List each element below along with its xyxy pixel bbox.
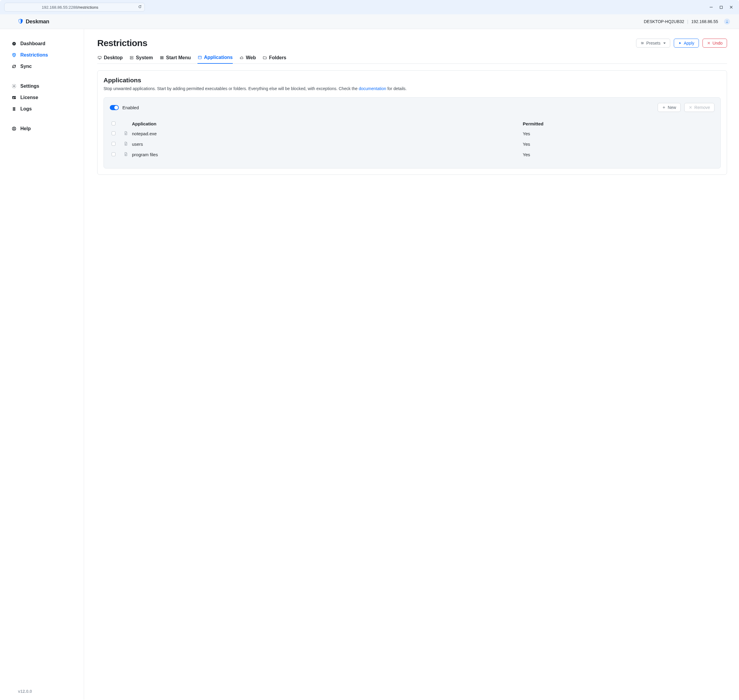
startmenu-icon bbox=[159, 56, 164, 60]
app-header: Deskman DESKTOP-HQ2UB32 | 192.168.86.55 bbox=[0, 14, 739, 29]
shield-check-icon bbox=[11, 53, 17, 57]
apply-button[interactable]: Apply bbox=[674, 38, 699, 48]
undo-label: Undo bbox=[713, 41, 723, 46]
row-checkbox[interactable] bbox=[112, 152, 116, 156]
maximize-icon[interactable] bbox=[720, 6, 723, 9]
remove-label: Remove bbox=[694, 105, 710, 110]
tab-web[interactable]: Web bbox=[239, 55, 256, 64]
sidebar-item-label: Help bbox=[21, 126, 31, 131]
desktop-icon bbox=[97, 56, 102, 60]
web-icon bbox=[239, 56, 244, 60]
sidebar-item-label: Logs bbox=[21, 106, 32, 112]
new-button[interactable]: New bbox=[658, 103, 681, 112]
x-icon bbox=[707, 41, 711, 45]
sidebar-item-dashboard[interactable]: Dashboard bbox=[11, 38, 78, 49]
shield-icon bbox=[18, 18, 24, 25]
sidebar-item-label: License bbox=[21, 95, 38, 100]
tab-label: System bbox=[136, 55, 153, 60]
life-ring-icon bbox=[11, 126, 17, 131]
tab-desktop[interactable]: Desktop bbox=[97, 55, 123, 64]
cell-application: program files bbox=[130, 149, 521, 160]
tab-applications[interactable]: Applications bbox=[197, 55, 233, 64]
svg-rect-24 bbox=[720, 6, 722, 8]
url-bar[interactable]: 192.168.86.55:2288/restrictions bbox=[4, 3, 145, 12]
browser-chrome: 192.168.86.55:2288/restrictions bbox=[0, 0, 739, 14]
stack-icon bbox=[11, 107, 17, 111]
card-heading: Applications bbox=[104, 76, 721, 84]
gear-icon bbox=[11, 84, 17, 88]
presets-button[interactable]: Presets bbox=[636, 38, 670, 48]
plus-icon bbox=[662, 106, 666, 109]
cell-application: notepad.exe bbox=[130, 128, 521, 139]
applications-panel: Enabled New Remove bbox=[104, 97, 721, 169]
tab-system[interactable]: System bbox=[129, 55, 153, 64]
sidebar-item-settings[interactable]: Settings bbox=[11, 81, 78, 92]
close-icon[interactable] bbox=[729, 5, 733, 9]
cell-permitted: Yes bbox=[521, 139, 714, 149]
tab-label: Web bbox=[246, 55, 256, 60]
version-label: v12.0.0 bbox=[11, 689, 78, 694]
sidebar-item-restrictions[interactable]: Restrictions bbox=[11, 49, 78, 61]
reload-icon[interactable] bbox=[138, 4, 142, 10]
tab-label: Applications bbox=[204, 55, 233, 60]
apply-label: Apply bbox=[684, 41, 694, 46]
main-content: Restrictions Presets Apply Undo DesktopS… bbox=[84, 29, 739, 700]
documentation-link[interactable]: documentation bbox=[359, 86, 386, 91]
sidebar-item-label: Sync bbox=[21, 64, 32, 69]
applications-card: Applications Stop unwanted applications.… bbox=[97, 70, 727, 175]
sidebar-item-license[interactable]: License bbox=[11, 92, 78, 103]
compass-icon bbox=[11, 41, 17, 46]
table-row[interactable]: notepad.exeYes bbox=[110, 128, 714, 139]
presets-label: Presets bbox=[646, 41, 660, 46]
sidebar-item-logs[interactable]: Logs bbox=[11, 103, 78, 115]
applications-icon bbox=[197, 55, 202, 60]
brand[interactable]: Deskman bbox=[9, 18, 49, 25]
tab-label: Folders bbox=[269, 55, 286, 60]
cell-permitted: Yes bbox=[521, 128, 714, 139]
host-ip: 192.168.86.55 bbox=[691, 19, 718, 24]
avatar[interactable] bbox=[724, 19, 730, 25]
sidebar-item-help[interactable]: Help bbox=[11, 123, 78, 134]
host-info: DESKTOP-HQ2UB32 | 192.168.86.55 bbox=[644, 19, 730, 25]
new-label: New bbox=[668, 105, 676, 110]
enabled-toggle[interactable] bbox=[110, 105, 119, 110]
play-icon bbox=[678, 41, 682, 45]
tab-folders[interactable]: Folders bbox=[262, 55, 286, 64]
chevron-down-icon bbox=[663, 43, 666, 44]
table-row[interactable]: usersYes bbox=[110, 139, 714, 149]
sliders-icon bbox=[641, 41, 644, 45]
sidebar-item-sync[interactable]: Sync bbox=[11, 61, 78, 72]
file-icon bbox=[123, 151, 128, 157]
divider: | bbox=[687, 19, 688, 24]
table-row[interactable]: program filesYes bbox=[110, 149, 714, 160]
column-permitted: Permitted bbox=[521, 119, 714, 128]
tab-label: Desktop bbox=[104, 55, 123, 60]
id-card-icon bbox=[11, 95, 17, 100]
row-checkbox[interactable] bbox=[112, 131, 116, 135]
undo-button[interactable]: Undo bbox=[702, 38, 727, 48]
tabs: DesktopSystemStart MenuApplicationsWebFo… bbox=[97, 55, 727, 64]
select-all-checkbox[interactable] bbox=[112, 122, 116, 125]
minimize-icon[interactable] bbox=[710, 5, 713, 9]
file-icon bbox=[123, 141, 128, 146]
enabled-label: Enabled bbox=[122, 105, 139, 110]
row-checkbox[interactable] bbox=[112, 142, 116, 146]
hostname: DESKTOP-HQ2UB32 bbox=[644, 19, 684, 24]
card-description: Stop unwanted applications. Start by add… bbox=[104, 85, 721, 92]
sidebar-item-label: Settings bbox=[21, 84, 39, 89]
sidebar-item-label: Restrictions bbox=[21, 52, 48, 58]
page-title: Restrictions bbox=[97, 38, 147, 48]
cell-application: users bbox=[130, 139, 521, 149]
url-host: 192.168.86.55:2288 bbox=[41, 5, 78, 10]
user-icon bbox=[725, 20, 729, 24]
tab-label: Start Menu bbox=[166, 55, 191, 60]
refresh-icon bbox=[11, 64, 17, 69]
applications-table: Application Permitted notepad.exeYesuser… bbox=[110, 119, 714, 160]
cell-permitted: Yes bbox=[521, 149, 714, 160]
column-application: Application bbox=[130, 119, 521, 128]
tab-startmenu[interactable]: Start Menu bbox=[159, 55, 191, 64]
sidebar: DashboardRestrictionsSyncSettingsLicense… bbox=[0, 29, 84, 700]
system-icon bbox=[129, 56, 134, 60]
remove-button[interactable]: Remove bbox=[684, 103, 714, 112]
url-path: /restrictions bbox=[78, 5, 98, 10]
